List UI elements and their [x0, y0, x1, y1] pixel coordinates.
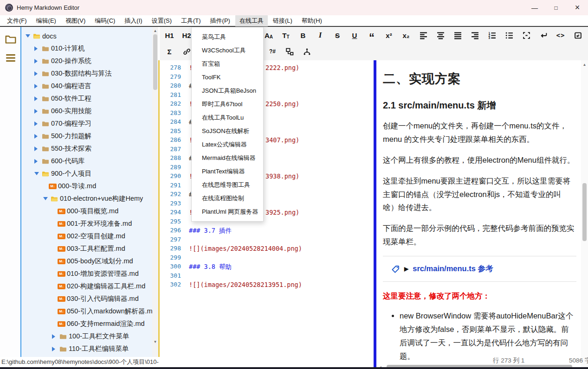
- code-block-icon[interactable]: [571, 29, 585, 42]
- editor-line[interactable]: 301: [160, 271, 374, 280]
- editor-line[interactable]: 298![](images/20240528214004.png): [160, 244, 374, 253]
- editor-line[interactable]: 299: [160, 253, 374, 262]
- chevron-right-icon[interactable]: [34, 109, 42, 114]
- strikethrough-button[interactable]: S: [330, 29, 344, 42]
- tree-item-file[interactable]: M↓010-增加资源管理器.md: [21, 267, 152, 280]
- unordered-list-icon[interactable]: [502, 29, 516, 42]
- chevron-right-icon[interactable]: [34, 46, 42, 51]
- tree-item-file[interactable]: M↓000-项目概览.md: [21, 205, 152, 217]
- dropdown-item[interactable]: 即时工具67tool: [192, 97, 263, 111]
- align-justify-icon[interactable]: [451, 29, 465, 42]
- flowchart-icon[interactable]: [283, 45, 297, 58]
- tree-item-file[interactable]: M↓060-支持mermaid渲染.md: [21, 318, 152, 330]
- menu-links[interactable]: 链接(L): [269, 15, 297, 26]
- menu-encoding[interactable]: 编码(C): [90, 15, 119, 26]
- tree-item-file[interactable]: M↓001-开发环境准备.md: [21, 217, 152, 230]
- fullscreen-icon[interactable]: [519, 29, 533, 42]
- chevron-right-icon[interactable]: [34, 96, 42, 101]
- font-size-button[interactable]: AA: [262, 29, 276, 42]
- tree-item-file[interactable]: M↓050-引入markdown解析器.md: [21, 305, 152, 318]
- editor-line[interactable]: 302![](images/20240528213951.png): [160, 280, 374, 289]
- align-right-icon[interactable]: [468, 29, 482, 42]
- dropdown-item[interactable]: JSON工具箱BeJson: [192, 84, 263, 97]
- anchor-ref-button[interactable]: ?#: [265, 45, 279, 58]
- tree-item-folder[interactable]: 020-操作系统: [21, 55, 152, 67]
- tree-item-file[interactable]: M↓020-构建编辑器工具栏.md: [21, 280, 152, 293]
- tree-item-folder[interactable]: 050-软件工程: [21, 92, 152, 105]
- tree-item-file[interactable]: M↓002-空项目创建.md: [21, 230, 152, 242]
- tree-scrollbar-thumb[interactable]: [153, 34, 157, 90]
- chevron-down-icon[interactable]: [26, 34, 33, 38]
- dropdown-item[interactable]: 在线流程图绘制: [192, 191, 263, 205]
- ordered-list-icon[interactable]: 123: [485, 29, 499, 42]
- chevron-right-icon[interactable]: [34, 146, 42, 151]
- tree-item-folder[interactable]: 070-编程学习: [21, 117, 152, 130]
- chevron-right-icon[interactable]: [34, 121, 42, 126]
- tree-item-folder[interactable]: 900-个人项目: [21, 167, 152, 180]
- editor-line[interactable]: 300### 3.8 帮助: [160, 262, 374, 271]
- mindmap-icon[interactable]: [300, 45, 314, 58]
- tree-item-folder[interactable]: 100-工具栏文件菜单: [21, 330, 152, 343]
- dropdown-item[interactable]: Latex公式编辑器: [192, 138, 263, 151]
- menu-tools[interactable]: 工具(T): [177, 15, 205, 26]
- italic-button[interactable]: I: [313, 29, 327, 42]
- preview-vscrollbar[interactable]: ▲: [581, 60, 588, 369]
- maximize-button[interactable]: □: [545, 0, 567, 15]
- superscript-button[interactable]: x²: [382, 29, 396, 42]
- subscript-button[interactable]: x₂: [399, 29, 413, 42]
- tree-item-folder[interactable]: 600-代码库: [21, 155, 152, 167]
- inline-code-button[interactable]: <>: [554, 29, 568, 42]
- dropdown-item[interactable]: PlantText编辑器: [192, 165, 263, 178]
- math-sum-button[interactable]: Σ: [162, 45, 176, 58]
- reference-label[interactable]: src/main/menu.ts 参考: [413, 264, 493, 274]
- minimize-button[interactable]: —: [524, 0, 545, 15]
- blockquote-button[interactable]: “: [365, 29, 379, 42]
- tree-item-folder[interactable]: 010-electron+vue构建Hemy: [21, 192, 152, 205]
- folder-icon[interactable]: [5, 33, 17, 45]
- line-break-icon[interactable]: [536, 29, 550, 42]
- scroll-down-icon[interactable]: ▼: [152, 339, 158, 345]
- heading-1-button[interactable]: H1: [162, 29, 176, 42]
- tree-item-folder[interactable]: 030-数据结构与算法: [21, 67, 152, 80]
- dropdown-item[interactable]: ToolFK: [192, 70, 263, 84]
- tree-item-file[interactable]: M↓005-body区域划分.md: [21, 255, 152, 267]
- dropdown-item[interactable]: W3CSchool工具: [192, 44, 263, 57]
- chevron-down-icon[interactable]: [34, 172, 42, 175]
- menu-help[interactable]: 帮助(H): [297, 15, 326, 26]
- close-button[interactable]: ×: [567, 0, 588, 15]
- menu-file[interactable]: 文件(F): [3, 15, 31, 26]
- chevron-right-icon[interactable]: [52, 347, 59, 351]
- tree-item-folder[interactable]: docs: [21, 30, 152, 42]
- align-left-icon[interactable]: [416, 29, 430, 42]
- menu-edit[interactable]: 编辑(E): [32, 15, 60, 26]
- expand-arrow-icon[interactable]: ▶: [404, 266, 408, 272]
- chevron-right-icon[interactable]: [34, 71, 42, 76]
- menu-plugins[interactable]: 插件(P): [206, 15, 234, 26]
- chevron-right-icon[interactable]: [52, 334, 59, 339]
- menu-online-tools[interactable]: 在线工具: [235, 15, 268, 26]
- tree-scrollbar[interactable]: ▲ ▼: [152, 27, 158, 357]
- tree-item-folder[interactable]: 060-实用技能: [21, 105, 152, 117]
- dropdown-item[interactable]: Mermaid在线编辑器: [192, 151, 263, 165]
- chevron-right-icon[interactable]: [34, 59, 42, 64]
- tree-item-folder[interactable]: 500-力扣题解: [21, 130, 152, 142]
- dropdown-item[interactable]: PlantUml 网页服务器: [192, 205, 263, 218]
- editor-line[interactable]: 296### 3.7 插件: [160, 226, 374, 235]
- tree-item-folder[interactable]: 010-计算机: [21, 42, 152, 55]
- dropdown-item[interactable]: 百宝箱: [192, 57, 263, 70]
- outline-icon[interactable]: [5, 52, 17, 64]
- dropdown-item[interactable]: SoJSON在线解析: [192, 124, 263, 138]
- chevron-right-icon[interactable]: [34, 84, 42, 89]
- editor-line[interactable]: 297: [160, 235, 374, 244]
- chevron-right-icon[interactable]: [34, 159, 42, 164]
- menu-settings[interactable]: 设置(S): [148, 15, 176, 26]
- align-center-icon[interactable]: [433, 29, 447, 42]
- menu-insert[interactable]: 插入(I): [120, 15, 146, 26]
- chevron-down-icon[interactable]: [43, 197, 51, 200]
- scroll-up-icon[interactable]: ▲: [152, 28, 158, 34]
- preview-vscrollbar-thumb[interactable]: [582, 183, 587, 241]
- tree-item-folder[interactable]: 550-技术探索: [21, 142, 152, 155]
- tree-item-folder[interactable]: 040-编程语言: [21, 80, 152, 92]
- tree-item-file[interactable]: M↓003-工具栏配置.md: [21, 242, 152, 255]
- tree-item-folder[interactable]: 110-工具栏编辑菜单: [21, 343, 152, 355]
